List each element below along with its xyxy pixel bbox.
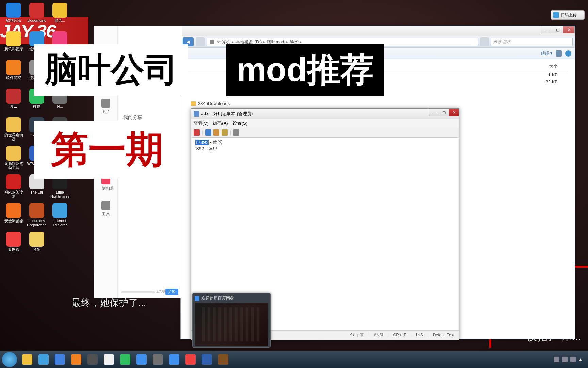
tray-icon[interactable] [562, 357, 568, 362]
taskbar-app[interactable] [20, 353, 35, 366]
view-icon[interactable] [556, 50, 562, 57]
taskbar-thumbnail[interactable]: 欢迎使用百度网盘 [192, 293, 271, 348]
paste-icon[interactable] [222, 129, 228, 136]
taskbar-app[interactable] [183, 353, 198, 366]
notepad-titlebar[interactable]: a.txt - 好用记事本 (管理员) — ▢ ✕ [191, 109, 459, 119]
desktop-icon[interactable]: 软件管家 [3, 60, 24, 87]
taskbar-app[interactable] [118, 353, 133, 366]
cloud-label: 扫码上传 [560, 12, 577, 18]
np-maximize-button[interactable]: ▢ [439, 109, 449, 116]
taskbar-app[interactable] [52, 353, 67, 366]
breadcrumb-segment[interactable]: 本地磁盘 (D:) [235, 39, 262, 45]
taskbar-app[interactable] [150, 353, 165, 366]
column-size[interactable]: 大小 [527, 63, 568, 70]
breadcrumb-segment[interactable]: 墨水 [290, 39, 298, 45]
desktop-icon[interactable]: Internet Explorer [49, 203, 71, 230]
notepad-toolbar: | | [191, 128, 459, 137]
baidu-tab[interactable]: 图片 [94, 94, 117, 120]
tray-icon[interactable] [554, 357, 559, 362]
overlay-title-3: 第一期 [34, 121, 180, 179]
baidu-tab[interactable]: 工具 [94, 196, 117, 222]
menu-item[interactable]: 查看(V) [194, 120, 208, 126]
status-lineend: CR+LF [388, 333, 411, 337]
desktop-icon[interactable]: 渡网盘 [3, 232, 24, 259]
explorer-titlebar[interactable]: — ▢ ✕ [181, 26, 575, 36]
menu-item[interactable]: 设置(S) [233, 120, 247, 126]
np-close-button[interactable]: ✕ [449, 109, 459, 116]
overlay-title-1: 脑叶公司 [34, 44, 188, 96]
thumbnail-preview [195, 303, 268, 346]
expand-storage-button[interactable]: 扩容 [165, 289, 178, 295]
taskbar-app[interactable] [199, 353, 214, 366]
cut-icon[interactable] [205, 129, 211, 136]
notepad-icon [194, 111, 199, 117]
help-icon[interactable] [565, 50, 571, 57]
tree-folder[interactable]: 2345Downloads [191, 101, 230, 106]
desktop-icon[interactable]: Little Nightmares [49, 174, 71, 202]
desktop-icon[interactable]: 酷狗音乐 [3, 3, 24, 30]
desktop-icon[interactable]: 龙腾涨及览动工具 [3, 146, 24, 173]
copy-icon[interactable] [213, 129, 219, 136]
breadcrumb-segment[interactable]: 计算机 [217, 39, 230, 45]
system-tray[interactable]: ▲ [554, 357, 586, 362]
desktop-icon[interactable]: Lobotomy Corporation [26, 203, 48, 230]
notepad-menubar: 查看(V)编码(A)设置(S) [191, 119, 459, 128]
taskbar-app[interactable] [134, 353, 149, 366]
tool-icon[interactable] [194, 129, 200, 136]
taskbar-app[interactable] [85, 353, 100, 366]
np-minimize-button[interactable]: — [429, 109, 439, 116]
thumb-app-icon [195, 296, 199, 301]
status-type: Default Text [428, 333, 459, 337]
notepad-title: a.txt - 好用记事本 (管理员) [201, 111, 253, 117]
thumb-title-text: 欢迎使用百度网盘 [201, 295, 234, 301]
taskbar-app[interactable] [101, 353, 116, 366]
cloud-upload-widget[interactable]: 扫码上传 [551, 10, 585, 20]
desktop-icon[interactable]: 的世界启动器 [3, 117, 24, 144]
menu-item[interactable]: 编码(A) [213, 120, 228, 126]
refresh-button[interactable] [480, 37, 489, 46]
desktop-icon[interactable]: cloudmusic [26, 3, 48, 30]
desktop-icon[interactable]: 音乐 [26, 232, 48, 259]
breadcrumb-segment[interactable]: 脑叶mod [267, 39, 284, 45]
taskbar-app[interactable] [69, 353, 84, 366]
taskbar: ▲ [0, 351, 588, 368]
taskbar-app[interactable] [216, 353, 231, 366]
start-button[interactable] [2, 352, 17, 367]
overlay-title-2: mod推荐 [226, 44, 384, 96]
desktop-icon[interactable]: The Lar [26, 174, 48, 202]
tray-icon[interactable] [570, 357, 576, 362]
desktop-icon[interactable]: 福PDF阅读器 [3, 174, 24, 202]
nav-forward-button[interactable] [196, 37, 205, 46]
taskbar-app[interactable] [167, 353, 182, 366]
cloud-icon [553, 12, 559, 18]
maximize-button[interactable]: ▢ [552, 26, 564, 33]
desktop-icon[interactable]: 腾讯影视库 [3, 31, 24, 59]
search-input[interactable]: 搜索 墨水 [491, 38, 573, 46]
desktop-icon[interactable]: 夏... [3, 89, 24, 116]
status-encoding: ANSI [369, 333, 388, 337]
desktop-icon[interactable]: 安全浏览器 [3, 203, 24, 230]
status-mode: INS [411, 333, 428, 337]
minimize-button[interactable]: — [541, 26, 552, 33]
desktop-icon[interactable]: 晨风... [49, 3, 71, 30]
folder-icon [191, 101, 196, 106]
status-bytes: 47 字节 [345, 332, 369, 338]
taskbar-app[interactable] [36, 353, 51, 366]
find-icon[interactable] [233, 129, 239, 136]
close-button[interactable]: ✕ [563, 26, 575, 33]
